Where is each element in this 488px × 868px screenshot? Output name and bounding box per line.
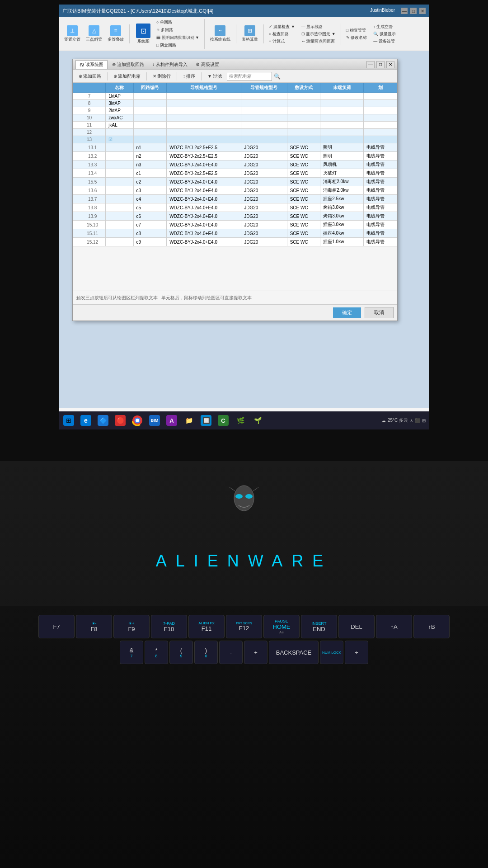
table-row[interactable]: 15.11c8WDZC-BYJ-2x4.0+E4.0JDG20SCE WC插座4… xyxy=(73,229,397,238)
dialog-close-btn[interactable]: ✕ xyxy=(386,61,394,68)
key-rparen[interactable]: ) 0 xyxy=(194,641,218,664)
key-plus[interactable]: + xyxy=(244,641,267,664)
tab-from-component[interactable]: ↓ 从构件列表导入 xyxy=(149,60,191,69)
ribbon-btn-multi-circuit[interactable]: ⊙ 多回路 xyxy=(155,27,201,33)
ribbon-btn-pipe-check[interactable]: □ 稽查管管 xyxy=(345,27,369,34)
taskbar-folder[interactable]: 📁 xyxy=(181,412,197,429)
ribbon-btn-show-selected[interactable]: ⊡ 显示选中图元 ▼ xyxy=(300,31,337,38)
key-del[interactable]: DEL xyxy=(338,615,375,638)
table-row[interactable]: 92ktAP xyxy=(73,107,397,114)
ribbon-btn-generate-pipe[interactable]: ↑ 生成立管 xyxy=(372,24,397,30)
taskbar-app2[interactable]: 🔴 xyxy=(112,412,128,429)
ribbon-btn-multi-pipe[interactable]: ≡ 多管叠放 xyxy=(106,24,126,43)
ribbon-btn-device-connect[interactable]: — 设备连管 xyxy=(372,38,397,45)
row-num: 10 xyxy=(73,114,106,122)
table-row[interactable]: 83ktAP xyxy=(73,100,397,107)
cell-wire: WDZC-BYJ-2x4.0+E4.0 xyxy=(167,160,241,169)
key-f10[interactable]: 7-PAD F10 xyxy=(151,615,187,638)
ribbon-group-circuit: ⊡ 系统图 ○ 单回路 ⊙ 多回路 ☰ 照明回路批量识别 ▼ □ 阴盒回路 xyxy=(133,19,205,49)
key-end[interactable]: INSERT END xyxy=(301,615,337,638)
confirm-button[interactable]: 确定 xyxy=(333,307,361,318)
search-input[interactable] xyxy=(227,72,272,81)
col-load: 末端负荷 xyxy=(320,83,364,93)
taskbar-bim[interactable]: BIM xyxy=(146,412,163,429)
ribbon-btn-check-circuit[interactable]: ○ 检查回路 xyxy=(267,31,296,38)
key-ampersand[interactable]: & 7 xyxy=(120,641,143,664)
key-home[interactable]: PAUSE HOME Ae xyxy=(263,615,300,638)
taskbar-leaf1[interactable]: 🌿 xyxy=(232,412,249,429)
add-circuit-btn[interactable]: ⊕ 添加回路 xyxy=(75,72,104,81)
table-row[interactable]: 12 xyxy=(73,129,397,136)
tab-read-system[interactable]: 🗘 读系统图 xyxy=(75,60,108,69)
key-up-b[interactable]: ↑B xyxy=(413,615,450,638)
taskbar-start[interactable]: ⊞ xyxy=(61,412,77,429)
key-f11[interactable]: ALIEN FX F11 xyxy=(188,615,225,638)
taskbar-blue-app[interactable]: 🔲 xyxy=(198,412,214,429)
ribbon-btn-leak-check[interactable]: ✓ 漏量检查 ▼ xyxy=(267,24,296,30)
table-row[interactable]: 13☑ xyxy=(73,136,397,143)
delete-row-btn[interactable]: ✕ 删除行 xyxy=(150,72,174,81)
key-minus[interactable]: - xyxy=(219,641,243,664)
ribbon-btn-single-circuit[interactable]: ○ 单回路 xyxy=(155,19,201,26)
table-row[interactable]: 71ktAP xyxy=(73,93,397,100)
tray-expand[interactable]: ∧ xyxy=(410,418,413,423)
table-row[interactable]: 13.3n3WDZC-BYJ-2x4.0+E4.0JDG20SCE WC风扇机电… xyxy=(73,160,397,169)
table-row[interactable]: 13.9c6WDZC-BYJ-2x4.0+E4.0JDG20SCE WC烤箱3.… xyxy=(73,212,397,221)
taskbar-leaf2[interactable]: 🌱 xyxy=(249,412,266,429)
key-f12[interactable]: PRT SCRN F12 xyxy=(226,615,262,638)
ribbon-btn-measure[interactable]: ↔ 测量两点间距离 xyxy=(300,38,337,45)
table-container[interactable]: 名称 回路编号 导线规格型号 导管规格型号 敷设方式 末端负荷 划 71ktAP… xyxy=(73,83,397,285)
filter-btn[interactable]: ▼ 过滤 xyxy=(204,72,225,81)
taskbar-app1[interactable]: 🔷 xyxy=(95,412,111,429)
restore-button[interactable]: □ xyxy=(410,8,417,14)
key-lparen[interactable]: ( 9 xyxy=(169,641,193,664)
key-asterisk[interactable]: * 8 xyxy=(145,641,168,664)
taskbar-edge[interactable]: e xyxy=(78,412,94,429)
taskbar-app-a[interactable]: A xyxy=(164,412,180,429)
ribbon-btn-table-calc[interactable]: ⊞ 表格算量 xyxy=(240,24,260,43)
table-row[interactable]: 13.2n2WDZC-BYJ-2x2.5+E2.5JDG20SCE WC照明电线… xyxy=(73,152,397,160)
table-row[interactable]: 13.6c3WDZC-BYJ-2x4.0+E4.0JDG20SCE WC消毒柜2… xyxy=(73,186,397,195)
cell-remark: 电线导管 xyxy=(364,160,397,169)
cell-method: SCE WC xyxy=(287,178,320,186)
table-row[interactable]: 13.1n1WDZC-BYJ-2x2.5+E2.5JDG20SCE WC照明电线… xyxy=(73,143,397,152)
ribbon-btn-micro-show[interactable]: 🔍 微量显示 xyxy=(372,31,397,38)
cancel-button[interactable]: 取消 xyxy=(365,307,394,318)
taskbar-chrome[interactable] xyxy=(129,412,145,429)
ribbon-btn-system-diagram[interactable]: ⊡ 系统图 xyxy=(133,23,153,45)
table-row[interactable]: 10zwxAC xyxy=(73,114,397,122)
table-row[interactable]: 13.7c4WDZC-BYJ-2x4.0+E4.0JDG20SCE WC插座2.… xyxy=(73,195,397,203)
ribbon-btn-lighting-batch[interactable]: ☰ 照明回路批量识别 ▼ xyxy=(155,34,201,41)
ribbon-btn-rename[interactable]: ✎ 修改名称 xyxy=(345,34,369,41)
dialog-restore-btn[interactable]: □ xyxy=(376,61,385,68)
table-row[interactable]: 15.12c9WDZC-BYJ-2x4.0+E4.0JDG20SCE WC插座1… xyxy=(73,238,397,246)
cell-remark: 电线导管 xyxy=(364,186,397,195)
ribbon-btn-three-point[interactable]: △ 三点斜管 xyxy=(84,24,104,43)
key-numlock[interactable]: NUM LOCK xyxy=(320,641,343,664)
table-row[interactable]: 13.8c5WDZC-BYJ-2x4.0+E4.0JDG20SCE WC烤箱3.… xyxy=(73,203,397,212)
tab-advanced[interactable]: ⚙ 高级设置 xyxy=(192,60,223,69)
key-f8[interactable]: ☀- F8 xyxy=(76,615,112,638)
ribbon-btn-junction-box[interactable]: □ 阴盒回路 xyxy=(155,42,201,49)
key-f9[interactable]: ☀+ F9 xyxy=(113,615,150,638)
taskbar-green-c[interactable]: C xyxy=(215,412,231,429)
close-button[interactable]: ✕ xyxy=(419,8,426,14)
ribbon-btn-formula[interactable]: = 计算式 xyxy=(267,38,296,45)
ribbon-btn-show-lines[interactable]: — 显示线路 xyxy=(300,24,337,30)
table-row[interactable]: 15.5c2WDZC-BYJ-2x4.0+E4.0JDG20SCE WC消毒柜2… xyxy=(73,178,397,186)
key-backspace[interactable]: BACKSPACE xyxy=(269,641,319,664)
ribbon-btn-bridge-route[interactable]: ~ 按系统布线 xyxy=(208,24,232,43)
minimize-button[interactable]: — xyxy=(401,8,408,14)
dialog-minimize-btn[interactable]: — xyxy=(366,61,375,68)
tab-add-extract[interactable]: ⊕ 追加提取回路 xyxy=(108,60,148,69)
add-panel-btn[interactable]: ⊕ 添加配电箱 xyxy=(110,72,144,81)
table-row[interactable]: 13.4c1WDZC-BYJ-2x2.5+E2.5JDG20SCE WC灭破灯电… xyxy=(73,169,397,178)
cell-load: 灭破灯 xyxy=(320,169,364,178)
key-up-a[interactable]: ↑A xyxy=(376,615,412,638)
key-f7[interactable]: F7 xyxy=(38,615,75,638)
table-row[interactable]: 11jkAL xyxy=(73,122,397,129)
sort-btn[interactable]: ↕ 排序 xyxy=(180,72,198,81)
table-row[interactable]: 15.10c7WDZC-BYJ-2x4.0+E4.0JDG20SCE WC插座3… xyxy=(73,221,397,229)
key-divide[interactable]: ÷ xyxy=(345,641,368,664)
ribbon-btn-vertical-pipe[interactable]: ⊥ 竖置立管 xyxy=(62,24,82,43)
